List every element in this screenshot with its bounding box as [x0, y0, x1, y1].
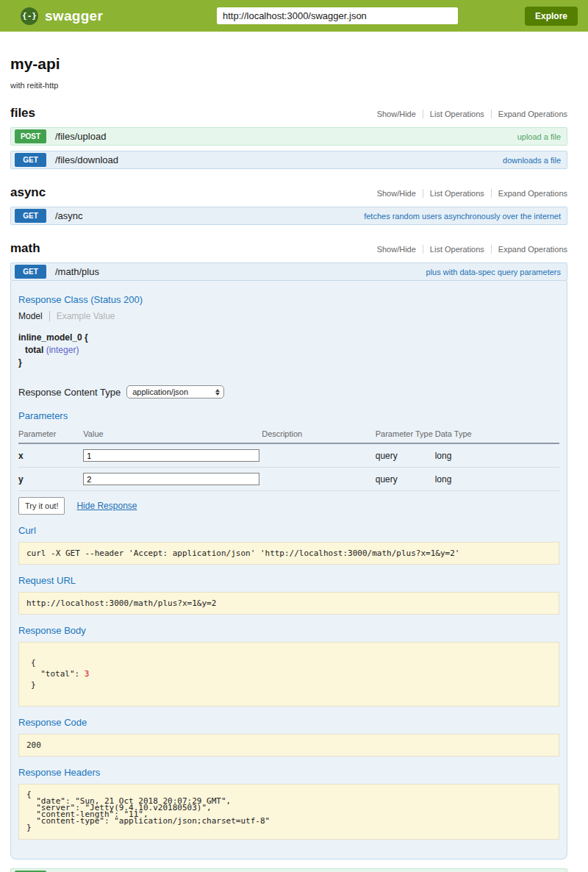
spec-url-input[interactable]: [217, 7, 458, 24]
expand-operations-link[interactable]: Expand Operations: [491, 189, 567, 198]
operation-path-link[interactable]: /math/plus: [55, 266, 99, 277]
response-headers-line: "content-type": "application/json;charse…: [26, 816, 270, 826]
request-url-box: http://localhost:3000/math/plus?x=1&y=2: [18, 592, 559, 615]
curl-command-box: curl -X GET --header 'Accept: applicatio…: [18, 542, 559, 565]
top-bar: {-} swagger Explore: [0, 0, 588, 32]
api-title: my-api: [10, 55, 567, 73]
operation-row-post-math-plus[interactable]: POST /math/plus plus with data-spec body…: [10, 868, 567, 872]
param-x-input[interactable]: [83, 449, 259, 462]
operation-summary-link[interactable]: upload a file: [517, 132, 561, 141]
api-info: my-api with reitit-http: [10, 55, 567, 90]
select-arrows-icon: [215, 389, 220, 396]
response-code-box: 200: [18, 734, 559, 757]
operation-summary-link[interactable]: downloads a file: [503, 156, 561, 165]
param-data-type: long: [435, 443, 559, 468]
explore-button[interactable]: Explore: [525, 7, 578, 26]
response-content-type-row: Response Content Type application/json: [18, 385, 559, 399]
param-y-input[interactable]: [83, 473, 259, 485]
response-code-heading: Response Code: [18, 717, 559, 728]
operation-path-link[interactable]: /async: [55, 210, 83, 221]
table-row-y: y query long: [18, 468, 559, 491]
resource-title-files[interactable]: files: [10, 106, 35, 121]
expand-operations-link[interactable]: Expand Operations: [491, 245, 567, 254]
show-hide-link[interactable]: Show/Hide: [370, 245, 423, 254]
list-operations-link[interactable]: List Operations: [423, 189, 491, 198]
operation-path-link[interactable]: /files/upload: [55, 131, 106, 142]
swagger-logo[interactable]: {-} swagger: [21, 7, 103, 25]
response-headers-line: }: [26, 823, 32, 832]
swagger-logo-icon: {-}: [21, 7, 38, 25]
response-content-type-select[interactable]: application/json: [126, 385, 224, 399]
response-body-key: "total":: [31, 669, 85, 679]
response-headers-box: { "date": "Sun, 21 Oct 2018 20:07:29 GMT…: [18, 784, 559, 840]
show-hide-link[interactable]: Show/Hide: [370, 189, 423, 198]
operation-row-get-files-download[interactable]: GET /files/download downloads a file: [10, 151, 567, 169]
model-signature: inline_model_0 { total (integer) }: [18, 332, 559, 369]
col-header-parameter-type: Parameter Type: [376, 427, 435, 443]
http-method-badge: GET: [15, 153, 46, 167]
http-method-badge: GET: [15, 265, 46, 279]
tab-model[interactable]: Model: [18, 311, 50, 321]
operation-row-get-async[interactable]: GET /async fetches random users asynchro…: [10, 207, 567, 225]
table-row-x: x query long: [18, 443, 559, 468]
api-page: my-api with reitit-http files Show/Hide …: [0, 55, 588, 872]
resource-controls: Show/Hide List Operations Expand Operati…: [370, 189, 567, 198]
parameters-heading: Parameters: [18, 410, 559, 421]
model-property-name: total: [25, 345, 43, 355]
try-it-out-button[interactable]: Try it out!: [18, 497, 65, 515]
response-body-box: { "total": 3 }: [18, 642, 559, 707]
hide-response-link[interactable]: Hide Response: [76, 501, 137, 511]
swagger-logo-text: swagger: [45, 8, 103, 24]
response-body-heading: Response Body: [18, 625, 559, 636]
response-content-type-value: application/json: [132, 387, 188, 396]
model-signature-close: }: [18, 357, 559, 369]
list-operations-link[interactable]: List Operations: [423, 110, 491, 118]
param-type: query: [376, 468, 435, 491]
resource-header-files: files Show/Hide List Operations Expand O…: [10, 106, 567, 121]
resource-title-async[interactable]: async: [10, 185, 46, 200]
response-body-close: }: [31, 680, 36, 690]
param-description: [262, 468, 376, 491]
col-header-description: Description: [262, 427, 376, 443]
col-header-parameter: Parameter: [18, 427, 83, 443]
operation-path-link[interactable]: /files/download: [55, 154, 118, 165]
resource-title-math[interactable]: math: [10, 241, 40, 256]
col-header-value: Value: [83, 427, 262, 443]
resource-controls: Show/Hide List Operations Expand Operati…: [370, 245, 567, 254]
curl-heading: Curl: [18, 525, 559, 536]
response-body-open: {: [31, 658, 36, 668]
expand-operations-link[interactable]: Expand Operations: [491, 110, 567, 118]
model-tabs: Model Example Value: [18, 311, 559, 321]
list-operations-link[interactable]: List Operations: [423, 245, 491, 254]
param-type: query: [376, 443, 435, 468]
api-description: with reitit-http: [10, 81, 567, 90]
param-name: x: [18, 443, 83, 468]
param-data-type: long: [435, 468, 559, 491]
operation-detail-panel: Response Class (Status 200) Model Exampl…: [10, 281, 567, 860]
col-header-data-type: Data Type: [435, 427, 559, 443]
param-name: y: [18, 468, 83, 491]
model-signature-open: inline_model_0 {: [18, 332, 559, 344]
operation-summary-link[interactable]: fetches random users asynchronously over…: [364, 212, 561, 221]
response-headers-heading: Response Headers: [18, 767, 559, 778]
resource-controls: Show/Hide List Operations Expand Operati…: [370, 110, 567, 118]
request-url-heading: Request URL: [18, 575, 559, 586]
model-property-type[interactable]: (integer): [46, 345, 79, 355]
resource-header-async: async Show/Hide List Operations Expand O…: [10, 185, 567, 200]
parameters-table: Parameter Value Description Parameter Ty…: [18, 427, 559, 491]
http-method-badge: POST: [15, 129, 46, 143]
show-hide-link[interactable]: Show/Hide: [370, 110, 423, 118]
operation-row-get-math-plus[interactable]: GET /math/plus plus with data-spec query…: [10, 262, 567, 281]
resource-header-math: math Show/Hide List Operations Expand Op…: [10, 241, 567, 256]
tab-example-value[interactable]: Example Value: [50, 311, 115, 321]
operation-summary-link[interactable]: plus with data-spec query parameters: [426, 268, 561, 276]
try-it-out-row: Try it out! Hide Response: [18, 497, 559, 515]
response-class-heading: Response Class (Status 200): [18, 294, 559, 305]
http-method-badge: GET: [15, 209, 46, 223]
operation-row-post-files-upload[interactable]: POST /files/upload upload a file: [10, 127, 567, 146]
response-content-type-label: Response Content Type: [18, 387, 121, 398]
response-body-value: 3: [85, 669, 90, 679]
param-description: [262, 443, 376, 468]
